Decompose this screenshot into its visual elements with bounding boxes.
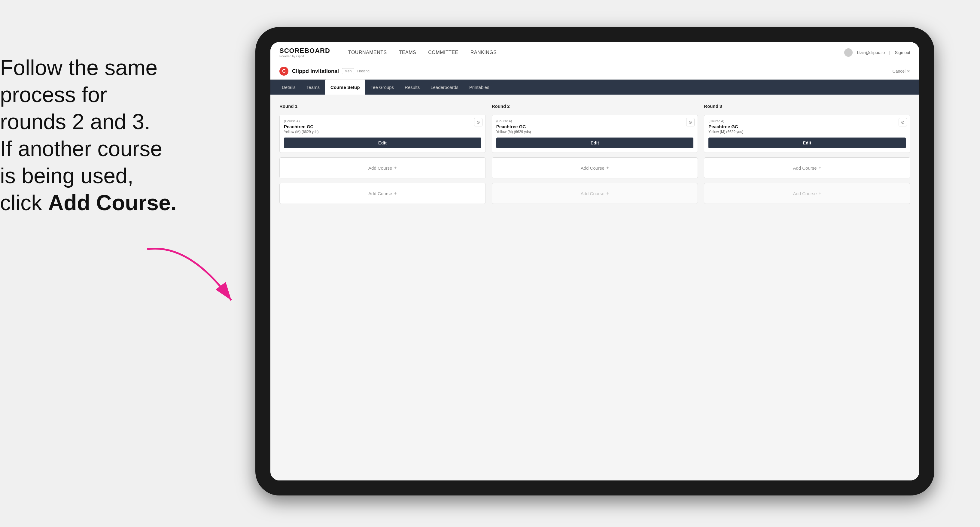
tab-results[interactable]: Results (399, 79, 425, 95)
nav-rankings[interactable]: RANKINGS (465, 42, 503, 63)
instruction-line5: is being used, (0, 163, 134, 188)
top-nav-right: blair@clippd.io | Sign out (844, 48, 910, 57)
round-3-add-course-1-plus-icon: + (819, 165, 821, 171)
scoreboard-logo: SCOREBOARD Powered by clippd (279, 47, 330, 58)
round-2-column: Round 2 ⊙ (Course A) Peachtree GC Yellow… (492, 103, 698, 204)
logo-main-text: SCOREBOARD (279, 47, 330, 55)
cancel-icon: ✕ (907, 69, 910, 73)
round-2-course-label: (Course A) (496, 119, 694, 123)
cancel-label: Cancel (892, 69, 906, 73)
round-3-add-course-1-label: Add Course (793, 165, 816, 171)
round-1-add-course-2-label: Add Course (368, 191, 392, 196)
round-3-course-label: (Course A) (708, 119, 906, 123)
sign-out-link[interactable]: Sign out (895, 50, 910, 55)
round-3-column: Round 3 ⊙ (Course A) Peachtree GC Yellow… (704, 103, 910, 204)
round-2-card-action-btn[interactable]: ⊙ (686, 118, 695, 126)
round-1-course-name: Peachtree GC (284, 124, 481, 129)
cancel-button[interactable]: Cancel ✕ (892, 69, 910, 73)
round-2-add-course-1-plus-icon: + (606, 165, 609, 171)
hosting-badge: Hosting (357, 69, 369, 73)
round-1-add-course-2[interactable]: Add Course + (279, 183, 486, 204)
tournament-title: Clippd Invitational (292, 68, 339, 75)
round-3-add-course-2-label: Add Course (793, 191, 816, 196)
round-2-course-details: Yellow (M) (6629 yds) (496, 130, 694, 134)
logo-sub-text: Powered by clippd (279, 55, 330, 58)
round-2-course-card: ⊙ (Course A) Peachtree GC Yellow (M) (66… (492, 115, 698, 153)
instruction-line2: process for (0, 83, 107, 106)
instruction-line1: Follow the same (0, 56, 158, 79)
instruction-line6-bold: Add Course. (48, 190, 177, 215)
round-3-add-course-2-plus-icon: + (819, 190, 821, 196)
sub-header: C Clippd Invitational Men Hosting Cancel… (270, 63, 919, 79)
tab-course-setup[interactable]: Course Setup (325, 79, 365, 95)
instruction-panel: Follow the same process for rounds 2 and… (0, 54, 204, 216)
round-1-course-card: ⊙ (Course A) Peachtree GC Yellow (M) (66… (279, 115, 486, 153)
nav-teams[interactable]: TEAMS (393, 42, 422, 63)
user-avatar (844, 48, 853, 57)
round-1-edit-button[interactable]: Edit (284, 138, 481, 148)
round-2-add-course-2-plus-icon: + (606, 190, 609, 196)
top-navigation: SCOREBOARD Powered by clippd TOURNAMENTS… (270, 42, 919, 63)
tablet-screen: SCOREBOARD Powered by clippd TOURNAMENTS… (270, 42, 919, 481)
nav-committee[interactable]: COMMITTEE (422, 42, 465, 63)
round-1-add-course-1-label: Add Course (368, 165, 392, 171)
round-3-add-course-2: Add Course + (704, 183, 910, 204)
tab-bar: Details Teams Course Setup Tee Groups Re… (270, 79, 919, 95)
main-content: Round 1 ⊙ (Course A) Peachtree GC Yellow… (270, 95, 919, 481)
round-2-add-course-2: Add Course + (492, 183, 698, 204)
round-3-course-details: Yellow (M) (6629 yds) (708, 130, 906, 134)
instruction-line4: If another course (0, 137, 162, 161)
round-3-card-action-btn[interactable]: ⊙ (899, 118, 907, 126)
round-2-add-course-1-label: Add Course (581, 165, 605, 171)
round-1-course-details: Yellow (M) (6629 yds) (284, 130, 481, 134)
tournament-logo: C (279, 67, 288, 76)
nav-links: TOURNAMENTS TEAMS COMMITTEE RANKINGS (342, 42, 844, 63)
round-3-course-card: ⊙ (Course A) Peachtree GC Yellow (M) (66… (704, 115, 910, 153)
tab-leaderboards[interactable]: Leaderboards (425, 79, 464, 95)
round-2-edit-button[interactable]: Edit (496, 138, 694, 148)
tablet-device: SCOREBOARD Powered by clippd TOURNAMENTS… (255, 27, 934, 495)
tab-printables[interactable]: Printables (464, 79, 495, 95)
round-3-course-name: Peachtree GC (708, 124, 906, 129)
rounds-grid: Round 1 ⊙ (Course A) Peachtree GC Yellow… (279, 103, 910, 204)
round-2-header: Round 2 (492, 103, 698, 109)
round-3-header: Round 3 (704, 103, 910, 109)
round-2-add-course-2-label: Add Course (581, 191, 605, 196)
instruction-line3: rounds 2 and 3. (0, 110, 150, 133)
tab-teams[interactable]: Teams (301, 79, 325, 95)
nav-tournaments[interactable]: TOURNAMENTS (342, 42, 393, 63)
round-1-card-action-btn[interactable]: ⊙ (474, 118, 482, 126)
nav-separator: | (889, 50, 891, 55)
tournament-gender-badge: Men (342, 68, 354, 74)
instruction-line6-prefix: click (0, 190, 48, 215)
round-1-header: Round 1 (279, 103, 486, 109)
round-1-add-course-1-plus-icon: + (394, 165, 396, 171)
user-email: blair@clippd.io (857, 50, 885, 55)
round-3-add-course-1[interactable]: Add Course + (704, 157, 910, 178)
round-3-edit-button[interactable]: Edit (708, 138, 906, 148)
tab-tee-groups[interactable]: Tee Groups (365, 79, 399, 95)
round-2-course-name: Peachtree GC (496, 124, 694, 129)
round-1-add-course-2-plus-icon: + (394, 190, 396, 196)
round-1-course-label: (Course A) (284, 119, 481, 123)
tab-details[interactable]: Details (277, 79, 301, 95)
round-1-add-course-1[interactable]: Add Course + (279, 157, 486, 178)
round-1-column: Round 1 ⊙ (Course A) Peachtree GC Yellow… (279, 103, 486, 204)
round-2-add-course-1[interactable]: Add Course + (492, 157, 698, 178)
